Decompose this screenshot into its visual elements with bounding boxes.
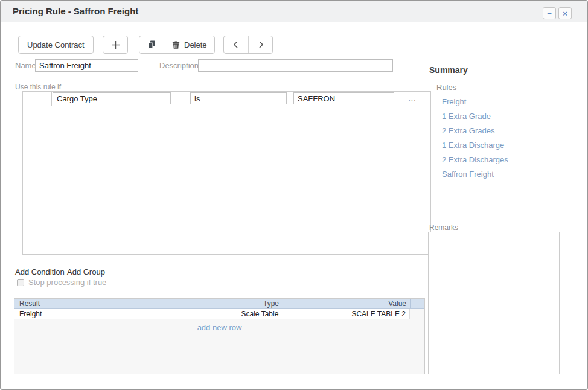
record-nav-button-group [223,36,273,54]
column-header-result[interactable]: Result [14,299,145,308]
chevron-right-icon [256,40,266,50]
condition-value-input[interactable] [293,92,394,104]
update-contract-button[interactable]: Update Contract [18,36,94,54]
cell-result: Freight [14,309,145,319]
rule-link-freight[interactable]: Freight [442,97,466,106]
rules-label: Rules [436,83,456,92]
description-label: Description [159,61,199,70]
cell-value: SCALE TABLE 2 [282,309,409,319]
condition-panel: ... [22,91,431,255]
close-icon: × [563,10,567,18]
table-row[interactable]: Freight Scale Table SCALE TABLE 2 [14,309,410,319]
delete-button[interactable]: Delete [164,36,214,53]
results-table: Result Type Value Freight Scale Table SC… [14,298,425,374]
pricing-rule-window: Pricing Rule - Saffron Freight − × Updat… [0,0,588,390]
titlebar: Pricing Rule - Saffron Freight − × [1,1,587,22]
remarks-label: Remarks [429,223,458,232]
add-rule-button[interactable] [103,36,128,54]
results-table-header: Result Type Value [14,299,424,309]
update-contract-label: Update Contract [27,40,85,50]
rule-link-1-extra-discharge[interactable]: 1 Extra Discharge [442,141,504,150]
add-condition-link[interactable]: Add Condition [15,267,65,277]
next-record-button[interactable] [248,36,272,53]
minimize-icon: − [547,10,552,18]
copy-button[interactable] [139,36,164,53]
column-header-spacer [410,299,424,308]
window-title: Pricing Rule - Saffron Freight [13,6,138,16]
chevron-left-icon [231,40,241,50]
close-button[interactable]: × [558,7,572,19]
plus-icon [110,40,121,50]
summary-title: Summary [429,65,468,75]
rule-link-saffron-freight[interactable]: Saffron Freight [442,170,494,179]
condition-operator-input[interactable] [190,92,287,104]
remarks-textarea[interactable] [428,232,560,374]
copy-delete-button-group: Delete [139,36,215,54]
rule-link-2-extra-discharges[interactable]: 2 Extra Discharges [442,155,508,164]
trash-icon [171,40,181,50]
column-header-type[interactable]: Type [145,299,283,308]
stop-processing-checkbox[interactable] [17,279,24,286]
rule-link-1-extra-grade[interactable]: 1 Extra Grade [442,112,491,121]
name-label: Name [15,61,36,70]
delete-label: Delete [184,40,207,50]
column-header-value[interactable]: Value [283,299,410,308]
condition-field-input[interactable] [53,92,171,104]
rule-link-2-extra-grades[interactable]: 2 Extra Grades [442,126,494,135]
previous-record-button[interactable] [224,36,248,53]
cell-type: Scale Table [145,309,283,319]
name-input[interactable] [35,59,138,72]
stop-processing-label: Stop processing if true [28,278,106,287]
add-group-link[interactable]: Add Group [67,267,105,277]
description-input[interactable] [198,59,393,72]
condition-row: ... [23,92,430,106]
copy-icon [147,40,156,50]
condition-gutter[interactable] [23,92,52,106]
add-new-row-link[interactable]: add new row [14,323,424,332]
minimize-button[interactable]: − [543,7,556,19]
use-rule-if-label: Use this rule if [15,83,61,91]
condition-more-button[interactable]: ... [402,92,423,104]
